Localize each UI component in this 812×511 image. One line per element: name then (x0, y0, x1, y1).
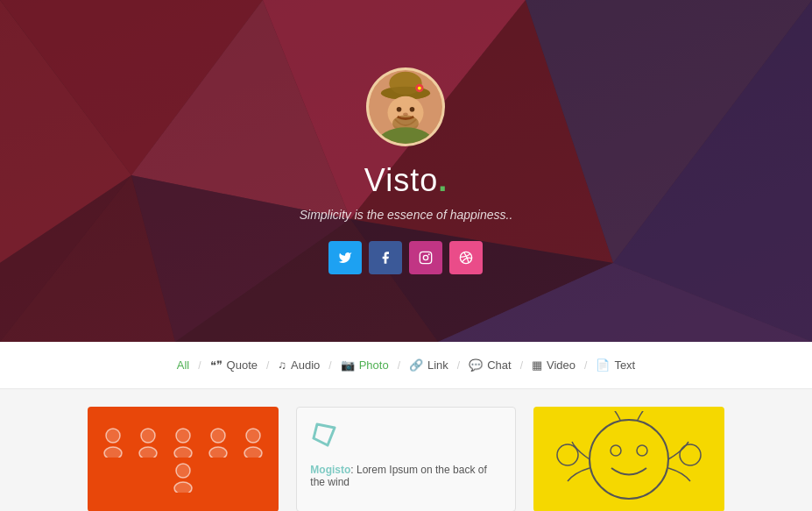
nav-item-chat[interactable]: 💬 Chat (462, 355, 518, 375)
figure-3 (168, 427, 199, 458)
card-yellow (533, 407, 724, 511)
svg-point-44 (590, 420, 668, 499)
svg-point-38 (211, 429, 225, 443)
svg-rect-28 (420, 252, 432, 263)
nav-sep-4: / (396, 359, 402, 372)
svg-point-46 (637, 445, 647, 456)
photo-icon: 📷 (341, 358, 355, 372)
figure-6 (168, 462, 199, 493)
svg-point-48 (680, 444, 701, 465)
figure-5 (238, 427, 269, 458)
nav-video-label: Video (547, 358, 575, 372)
svg-point-37 (174, 447, 192, 458)
nav-audio-label: Audio (291, 358, 320, 372)
content-grid: Mogisto: Lorem Ipsum on the back of the … (0, 389, 812, 511)
hero-content: Visto. Simplicity is the essence of happ… (300, 67, 513, 274)
figure-2 (133, 427, 164, 458)
svg-point-30 (428, 253, 430, 255)
nav-item-video[interactable]: ▦ Video (525, 355, 583, 375)
link-author: Mogisto (310, 464, 350, 476)
facebook-button[interactable] (369, 241, 402, 274)
nav-sep-1: / (196, 359, 202, 372)
twitter-button[interactable] (328, 241, 362, 274)
figure-4 (203, 427, 234, 458)
svg-point-33 (104, 447, 122, 458)
nav-link-label: Link (427, 358, 448, 372)
video-icon: ▦ (532, 358, 542, 372)
nav-item-all[interactable]: All (170, 355, 196, 375)
chat-icon: 💬 (469, 358, 483, 372)
hero-section: Visto. Simplicity is the essence of happ… (0, 0, 812, 342)
audio-icon: ♫ (278, 358, 286, 372)
nav-photo-label: Photo (359, 358, 389, 372)
figures-grid (88, 418, 279, 501)
svg-point-39 (209, 447, 227, 458)
nav-all-label: All (177, 358, 189, 372)
svg-point-47 (557, 444, 578, 465)
instagram-button[interactable] (409, 241, 442, 274)
svg-point-34 (141, 429, 155, 443)
nav-sep-7: / (583, 359, 589, 372)
nav-quote-label: Quote (227, 358, 258, 372)
nav-chat-label: Chat (487, 358, 511, 372)
quote-icon: ❝❞ (210, 358, 222, 372)
svg-point-21 (418, 87, 421, 90)
link-preview-text: Mogisto: Lorem Ipsum on the back of the … (310, 464, 501, 488)
svg-point-41 (244, 447, 262, 458)
svg-point-36 (176, 429, 190, 443)
nav-item-text[interactable]: 📄 Text (589, 355, 642, 375)
svg-point-43 (174, 482, 192, 493)
social-links (328, 241, 483, 274)
card-orange (88, 407, 279, 511)
hero-tagline: Simplicity is the essence of happiness.. (300, 208, 513, 222)
avatar (366, 67, 445, 146)
nav-sep-5: / (455, 359, 462, 372)
nav-item-photo[interactable]: 📷 Photo (334, 355, 396, 375)
svg-point-35 (139, 447, 157, 458)
hero-name: Visto. (364, 162, 448, 199)
yellow-illustration (541, 411, 717, 507)
svg-point-45 (611, 445, 621, 456)
svg-point-29 (424, 255, 428, 259)
text-icon: 📄 (596, 358, 610, 372)
link-icon: 🔗 (409, 358, 423, 372)
nav-item-link[interactable]: 🔗 Link (402, 355, 455, 375)
nav-item-quote[interactable]: ❝❞ Quote (203, 355, 265, 375)
nav-sep-6: / (519, 359, 525, 372)
dribbble-button[interactable] (449, 241, 483, 274)
svg-point-42 (176, 464, 190, 478)
nav-sep-2: / (265, 359, 271, 372)
nav-sep-3: / (327, 359, 333, 372)
svg-point-23 (397, 107, 402, 112)
nav-item-audio[interactable]: ♫ Audio (271, 355, 327, 375)
link-preview-icon (310, 421, 501, 455)
svg-point-24 (410, 107, 415, 112)
figure-1 (98, 427, 129, 458)
svg-point-40 (246, 429, 260, 443)
nav-text-label: Text (614, 358, 635, 372)
nav-bar: All / ❝❞ Quote / ♫ Audio / 📷 Photo / 🔗 L… (0, 342, 812, 389)
card-link-preview: Mogisto: Lorem Ipsum on the back of the … (296, 407, 515, 511)
svg-point-32 (106, 429, 120, 443)
